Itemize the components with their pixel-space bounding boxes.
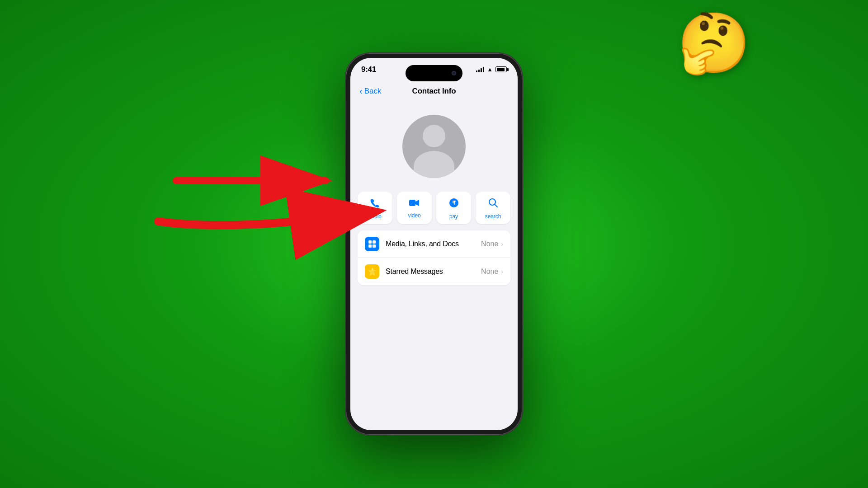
audio-button[interactable]: audio [358, 192, 392, 224]
svg-rect-6 [373, 240, 376, 244]
media-links-docs-text: Media, Links, and Docs [386, 240, 481, 248]
pay-icon: ₹ [449, 198, 459, 211]
signal-bar-1 [476, 70, 477, 72]
starred-messages-value: None [481, 267, 498, 276]
starred-icon: ⭐ [365, 264, 379, 279]
media-links-docs-item[interactable]: Media, Links, and Docs None › [358, 230, 510, 258]
svg-text:₹: ₹ [452, 200, 456, 206]
avatar-body [414, 151, 454, 178]
svg-rect-5 [368, 240, 372, 244]
phone-shell: 9:41 ▲ ‹ Bac [346, 53, 522, 435]
media-links-docs-chevron: › [501, 240, 503, 248]
video-button[interactable]: video [397, 192, 432, 224]
star-emoji: ⭐ [368, 268, 377, 276]
back-button[interactable]: ‹ Back [359, 86, 381, 96]
status-time: 9:41 [361, 65, 376, 74]
back-chevron-icon: ‹ [359, 86, 363, 96]
signal-bar-2 [478, 70, 480, 72]
search-label: search [485, 213, 501, 220]
pay-label: pay [449, 213, 458, 220]
media-links-docs-value: None [481, 240, 498, 248]
video-icon [409, 198, 420, 210]
wifi-icon: ▲ [487, 66, 493, 73]
menu-section: Media, Links, and Docs None › ⭐ Starred … [358, 230, 510, 285]
thinking-emoji: 🤔 [677, 14, 750, 72]
media-icon [365, 237, 379, 251]
avatar-section [350, 101, 518, 192]
signal-bar-3 [481, 68, 482, 72]
search-button[interactable]: search [476, 192, 510, 224]
phone-screen: 9:41 ▲ ‹ Bac [350, 58, 518, 430]
red-arrow-path [158, 212, 371, 225]
back-label: Back [364, 87, 382, 96]
action-buttons-row: audio video ₹ [350, 192, 518, 230]
dynamic-island [406, 65, 462, 81]
search-icon [488, 198, 498, 211]
camera-dot [452, 71, 456, 75]
signal-bar-4 [483, 67, 484, 72]
nav-bar: ‹ Back Contact Info [350, 85, 518, 101]
battery-icon [495, 66, 507, 72]
svg-rect-7 [368, 244, 372, 248]
nav-title: Contact Info [412, 87, 456, 96]
battery-fill [497, 68, 505, 71]
audio-label: audio [368, 213, 382, 220]
red-arrow-annotation [172, 131, 362, 221]
audio-icon [370, 198, 380, 211]
video-label: video [408, 212, 420, 219]
starred-messages-chevron: › [501, 268, 503, 275]
svg-rect-0 [409, 200, 415, 206]
scene: 🤔 9:41 ▲ [0, 0, 868, 488]
svg-rect-8 [373, 244, 376, 248]
status-icons: ▲ [476, 66, 507, 73]
signal-bars-icon [476, 67, 484, 72]
pay-button[interactable]: ₹ pay [436, 192, 471, 224]
starred-messages-text: Starred Messages [386, 267, 481, 276]
starred-messages-item[interactable]: ⭐ Starred Messages None › [358, 258, 510, 285]
avatar[interactable] [402, 115, 466, 178]
svg-line-4 [495, 205, 497, 207]
avatar-head [423, 125, 445, 147]
